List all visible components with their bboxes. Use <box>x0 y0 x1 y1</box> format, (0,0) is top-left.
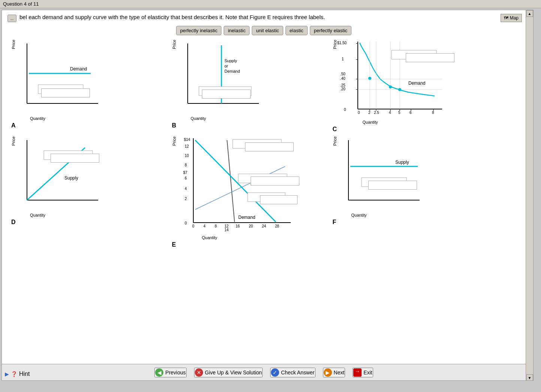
svg-text:$7: $7 <box>183 171 188 175</box>
svg-text:0: 0 <box>358 111 360 115</box>
graph-B-x-label: Quantity <box>191 116 206 121</box>
graph-A-curve-label: Demand <box>70 66 87 72</box>
graph-A-y-label: Price <box>11 40 16 49</box>
svg-text:4: 4 <box>389 111 391 115</box>
svg-text:Demand: Demand <box>408 81 425 86</box>
graph-C-svg: $1.50 1 .50 .40 .25 .20 0 0 <box>337 40 446 118</box>
graph-F-answer[interactable] <box>368 181 417 190</box>
svg-text:20: 20 <box>249 224 253 228</box>
graph-E-y-label: Price <box>172 136 176 146</box>
svg-text:.50: .50 <box>340 72 345 76</box>
svg-text:Supply: Supply <box>224 58 237 63</box>
svg-text:14: 14 <box>224 228 229 232</box>
graph-B-answer[interactable] <box>202 90 251 99</box>
svg-text:2: 2 <box>368 111 371 115</box>
next-button[interactable]: ▶ Next <box>323 368 345 377</box>
graph-A-label: A <box>11 122 16 129</box>
graph-B-svg: Supply or Demand <box>176 40 266 115</box>
map-button[interactable]: 🗺 Map <box>501 14 522 22</box>
svg-text:0: 0 <box>192 224 194 228</box>
svg-text:8: 8 <box>432 111 434 115</box>
scroll-down-btn[interactable]: ▼ <box>526 374 533 381</box>
bottom-bar: ▶ ❓ Hint ◀ Previous ✕ Give Up & View Sol… <box>2 364 526 380</box>
graph-B-label: B <box>172 122 176 129</box>
graph-D: Price Supply <box>11 136 164 248</box>
svg-text:0: 0 <box>185 221 187 225</box>
graph-E-x-label: Quantity <box>202 235 217 240</box>
graph-E-answer-2[interactable] <box>251 177 299 186</box>
graph-F-svg: Supply <box>337 136 427 211</box>
graph-E-answer-1[interactable] <box>245 142 294 151</box>
question-counter: Question 4 of 11 <box>3 1 39 7</box>
graph-C: Price $1.50 1 .50 <box>333 40 517 133</box>
graph-C-label: C <box>333 126 337 133</box>
svg-line-73 <box>227 140 235 222</box>
graph-E: Price $14 12 10 8 $7 6 <box>172 136 325 248</box>
hint-label: Hint <box>19 371 30 377</box>
label-unit-elastic[interactable]: unit elastic <box>252 26 283 35</box>
svg-text:2.5: 2.5 <box>374 111 379 115</box>
svg-text:Demand: Demand <box>224 69 240 73</box>
svg-point-43 <box>368 77 371 80</box>
graph-E-label: E <box>172 241 176 248</box>
svg-text:4: 4 <box>203 224 206 228</box>
graph-E-answer-3[interactable] <box>260 195 297 204</box>
check-answer-button[interactable]: ✓ Check Answer <box>270 368 315 377</box>
svg-text:0: 0 <box>344 108 346 112</box>
graph-F: Price Supply <box>333 136 517 248</box>
hint-bulb-icon: ❓ <box>11 371 17 377</box>
svg-text:$14: $14 <box>184 138 190 142</box>
label-perfectly-elastic[interactable]: perfectly elastic <box>310 26 352 35</box>
scrollbar[interactable]: ▲ ▼ <box>526 10 533 381</box>
question-text: ... bel each demand and supply curve wit… <box>7 14 520 22</box>
svg-text:2: 2 <box>185 197 187 201</box>
graph-C-x-label: Quantity <box>363 120 378 124</box>
give-up-button[interactable]: ✕ Give Up & View Solution <box>194 368 263 377</box>
svg-text:Supply: Supply <box>64 175 78 181</box>
previous-icon: ◀ <box>155 368 163 377</box>
graph-D-label: D <box>11 219 16 226</box>
labels-row: perfectly inelastic inelastic unit elast… <box>7 26 520 35</box>
svg-text:10: 10 <box>185 154 189 158</box>
exit-icon: → <box>353 368 362 377</box>
content-area: 🗺 Map ... bel each demand and supply cur… <box>2 10 526 252</box>
svg-text:6: 6 <box>409 111 412 115</box>
graph-F-y-label: Price <box>333 136 337 146</box>
svg-text:4: 4 <box>185 187 187 191</box>
graph-A-answer[interactable] <box>41 88 90 97</box>
graph-D-y-label: Price <box>11 136 16 146</box>
graph-F-label: F <box>333 219 336 226</box>
graph-C-y-label: Price <box>333 40 337 49</box>
give-up-icon: ✕ <box>195 368 203 377</box>
svg-text:8: 8 <box>185 163 187 167</box>
svg-text:.20: .20 <box>340 87 345 91</box>
graph-C-answer[interactable] <box>406 53 454 62</box>
next-icon: ▶ <box>324 368 332 377</box>
graph-B: Price Supply or Demand <box>172 40 325 133</box>
question-body: bel each demand and supply curve with th… <box>19 14 325 20</box>
graph-B-y-label: Price <box>172 40 176 49</box>
hint-arrow-icon: ▶ <box>5 371 9 377</box>
label-elastic[interactable]: elastic <box>285 26 308 35</box>
exit-button[interactable]: → Exit <box>353 368 373 377</box>
hint-area: ▶ ❓ Hint <box>2 368 33 380</box>
previous-button[interactable]: ◀ Previous <box>154 368 186 377</box>
label-perfectly-inelastic[interactable]: perfectly inelastic <box>176 26 222 35</box>
check-icon: ✓ <box>271 368 279 377</box>
scroll-up-btn[interactable]: ▲ <box>526 10 533 17</box>
svg-text:24: 24 <box>262 224 266 228</box>
svg-text:1: 1 <box>342 57 344 61</box>
svg-text:.40: .40 <box>340 76 345 81</box>
speech-bubble-icon: ... <box>7 15 16 22</box>
label-inelastic[interactable]: inelastic <box>224 26 250 35</box>
svg-text:or: or <box>224 64 228 68</box>
graph-D-svg: Supply <box>16 136 106 211</box>
graph-D-x-label: Quantity <box>30 213 45 217</box>
svg-text:12: 12 <box>185 144 189 148</box>
svg-text:$1.50: $1.50 <box>337 41 347 45</box>
svg-text:6: 6 <box>185 176 187 180</box>
graph-D-answer[interactable] <box>51 154 99 163</box>
svg-text:16: 16 <box>236 224 240 228</box>
map-icon: 🗺 <box>504 15 508 21</box>
svg-point-45 <box>398 88 401 91</box>
